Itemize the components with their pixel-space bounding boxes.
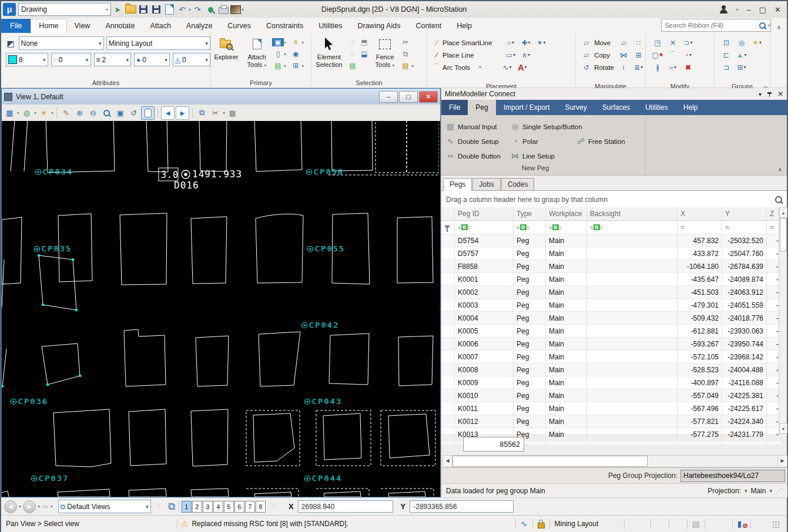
copy-button[interactable]: Copy <box>594 52 616 59</box>
warning-icon[interactable]: ⚠ <box>181 519 189 528</box>
modify-element-icon[interactable]: ◳ <box>650 39 665 47</box>
view-toggle-2[interactable]: 2 <box>192 501 202 513</box>
save-icon[interactable] <box>138 4 149 15</box>
place-smartline-button[interactable]: Place SmartLine <box>442 39 502 46</box>
panel-menu-icon[interactable]: ▾ <box>759 91 762 97</box>
vertex-handle[interactable] <box>75 309 78 311</box>
copy-view-icon[interactable]: ⧉ <box>196 107 208 119</box>
parcel-polygon[interactable] <box>256 214 303 283</box>
fit-view-icon[interactable]: ▣ <box>114 107 126 119</box>
keyin-icon[interactable]: ➤ <box>112 4 123 15</box>
mm-tab-file[interactable]: File <box>441 100 468 115</box>
adjust-brightness-icon[interactable]: ☀ <box>38 107 50 119</box>
save-as-icon[interactable] <box>163 4 175 15</box>
table-row[interactable]: K0003 Peg Main -479.301 -24051.559 - <box>441 299 782 312</box>
table-row[interactable]: K0002 Peg Main -451.503 -24063.912 - <box>441 286 782 299</box>
chevron-down-icon[interactable]: ▾ <box>51 110 53 116</box>
vertex-handle[interactable] <box>42 304 44 306</box>
stretch-icon[interactable]: ≀ <box>617 63 631 72</box>
place-circle-button[interactable]: ○▾ <box>504 39 518 47</box>
numeric-filter-icon[interactable]: = <box>722 221 767 234</box>
maximize-button[interactable]: ▢ <box>759 5 766 14</box>
place-line-button[interactable]: Place Line <box>442 52 502 59</box>
scroll-left-icon[interactable]: ◀ <box>443 456 452 466</box>
parcel-polygon[interactable] <box>191 489 229 497</box>
select-group-button[interactable]: ▲▾ <box>735 51 749 59</box>
mirror-icon[interactable]: ⋈ <box>617 51 631 59</box>
move-parallel-icon[interactable]: ▱ <box>617 39 631 47</box>
tab-help[interactable]: Help <box>449 19 479 33</box>
scroll-up-icon[interactable]: ▲ <box>779 207 787 218</box>
chevron-down-icon[interactable]: ▾ <box>38 504 40 509</box>
column-header-type[interactable]: Type <box>514 207 546 220</box>
delete-icon[interactable]: ✖ <box>681 63 695 72</box>
undo-dropdown-icon[interactable]: ▾ <box>189 7 191 12</box>
view-toggle-5[interactable]: 5 <box>224 501 234 513</box>
break-element-icon[interactable]: ✕ <box>666 39 680 47</box>
parcel-polygon[interactable] <box>388 414 430 458</box>
align-button[interactable]: ≣▾ <box>632 63 645 72</box>
group-bulb-button[interactable]: ☀▾ <box>750 39 764 47</box>
column-header-backsight[interactable]: Backsight <box>587 207 678 220</box>
create-complex-icon[interactable]: ◎ <box>735 39 749 47</box>
mm-tab-peg[interactable]: Peg <box>468 100 495 115</box>
locks-icon[interactable] <box>538 523 545 528</box>
scroll-down-icon[interactable]: ▼ <box>779 423 787 434</box>
parcel-edge[interactable] <box>2 491 9 497</box>
microstation-logo-icon[interactable]: μ <box>3 3 16 16</box>
text-filter-icon[interactable]: aBc <box>549 224 562 230</box>
parcel-polygon[interactable] <box>388 491 425 497</box>
level-combo[interactable]: Mining Layout ▾ <box>106 36 210 50</box>
tool-manual-input[interactable]: ▤Manual Input <box>446 122 497 131</box>
collapse-ribbon-icon[interactable]: ∧ <box>778 166 782 173</box>
account-dropdown-icon[interactable]: ▾ <box>736 7 739 12</box>
unlock-icon[interactable]: ⬓ <box>358 50 370 58</box>
display-style-icon[interactable]: ◍ <box>21 107 33 119</box>
peg-label-cp044[interactable]: CP044 <box>305 474 343 483</box>
priority-combo[interactable]: ◬ 0 ▾ <box>173 53 210 66</box>
pan-tool-icon[interactable]: ✑ <box>42 502 49 511</box>
table-row[interactable]: K0008 Peg Main -528.523 -24004.488 - <box>441 363 782 376</box>
chevron-down-icon[interactable]: ▾ <box>284 52 290 57</box>
place-point-button[interactable]: ✚▾ <box>519 39 533 47</box>
table-row[interactable]: K0012 Peg Main -577.821 -24224.340 - <box>441 415 782 428</box>
tab-utilities[interactable]: Utilities <box>311 19 350 33</box>
place-text-button[interactable]: A▾ <box>515 63 529 72</box>
vertex-handle[interactable] <box>79 375 81 377</box>
chevron-down-icon[interactable]: ▾ <box>19 504 21 509</box>
vertex-handle[interactable] <box>46 383 49 386</box>
numeric-filter-icon[interactable]: = <box>678 221 722 234</box>
workflow-combo[interactable]: Drawing ▾ <box>18 3 111 16</box>
mm-tab-import-export[interactable]: Import / Export <box>496 100 558 115</box>
models-icon[interactable]: ▣ <box>272 38 284 46</box>
array-icon[interactable]: ⊞ <box>632 51 645 59</box>
column-header-x[interactable]: X <box>678 207 722 220</box>
parcel-polygon-dashed[interactable] <box>407 121 439 173</box>
move-button[interactable]: Move <box>594 39 616 46</box>
table-row[interactable]: K0001 Peg Main -435.647 -24089.874 - <box>441 273 782 286</box>
paste-icon[interactable]: ▤ <box>400 62 411 70</box>
array-circles-icon[interactable]: ∷ <box>632 39 645 47</box>
parcel-polygon[interactable] <box>259 332 300 386</box>
parcel-polygon[interactable] <box>329 334 369 385</box>
tab-content[interactable]: Content <box>408 19 449 33</box>
paste-special-icon[interactable]: ▤ <box>347 62 358 70</box>
parcel-polygon[interactable] <box>42 344 80 385</box>
chevron-down-icon[interactable]: ▾ <box>17 110 19 116</box>
tab-curves[interactable]: Curves <box>220 19 259 33</box>
x-coordinate-input[interactable] <box>298 500 393 513</box>
chevron-down-icon[interactable]: ▾ <box>51 504 53 509</box>
tool-line-setup[interactable]: ⋈Line Setup <box>511 151 555 160</box>
design-history-icon[interactable]: ▮⊘ <box>737 519 746 528</box>
parcel-polygon[interactable] <box>331 121 373 171</box>
dimension-annotation[interactable]: 3.0 1491.933 D016 <box>159 168 242 191</box>
view-back-button[interactable]: ◀ <box>4 500 17 513</box>
view-forward-button[interactable]: ▶ <box>23 500 36 513</box>
tool-double-button[interactable]: ∾Double Button <box>446 151 501 160</box>
chevron-down-icon[interactable]: ▾ <box>411 63 417 69</box>
view-next-icon[interactable]: ▶ <box>176 106 189 120</box>
tab-file[interactable]: File <box>1 19 31 33</box>
parcel-polygon[interactable] <box>39 255 76 310</box>
view-minimize-button[interactable]: – <box>379 91 398 103</box>
subtab-jobs[interactable]: Jobs <box>472 178 500 190</box>
